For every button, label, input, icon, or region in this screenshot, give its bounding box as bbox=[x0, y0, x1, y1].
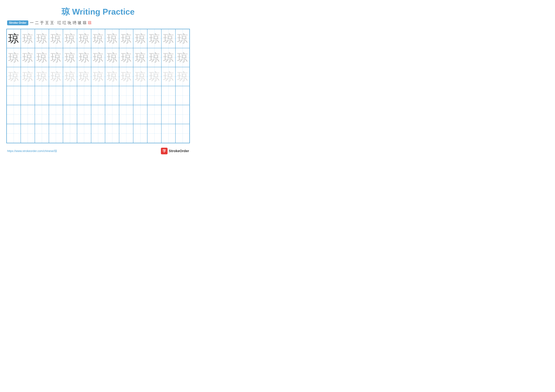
cell-character: 琼 bbox=[8, 33, 19, 44]
grid-cell[interactable] bbox=[161, 124, 175, 143]
grid-cell[interactable]: 琼 bbox=[35, 29, 49, 48]
grid-cell[interactable]: 琼 bbox=[175, 48, 190, 67]
grid-cell[interactable]: 琼 bbox=[119, 48, 133, 67]
grid-cell[interactable]: 琼 bbox=[35, 48, 49, 67]
grid-cell[interactable] bbox=[91, 86, 105, 105]
grid-cell[interactable] bbox=[147, 124, 161, 143]
grid-cell[interactable]: 琼 bbox=[7, 67, 21, 86]
grid-cell[interactable] bbox=[119, 86, 133, 105]
cell-character: 琼 bbox=[135, 33, 146, 44]
grid-cell[interactable] bbox=[175, 86, 190, 105]
footer-logo: 字 StrokeOrder bbox=[161, 148, 189, 154]
grid-cell[interactable]: 琼 bbox=[105, 29, 119, 48]
grid-cell[interactable]: 琼 bbox=[147, 48, 161, 67]
grid-cell[interactable]: 琼 bbox=[133, 48, 147, 67]
grid-cell[interactable]: 琼 bbox=[21, 29, 35, 48]
grid-cell[interactable] bbox=[35, 124, 49, 143]
cell-character: 琼 bbox=[177, 71, 188, 82]
grid-cell[interactable]: 琼 bbox=[7, 48, 21, 67]
cell-character: 琼 bbox=[107, 71, 117, 82]
grid-cell[interactable] bbox=[133, 124, 147, 143]
grid-cell[interactable]: 琼 bbox=[35, 67, 49, 86]
grid-cell[interactable]: 琼 bbox=[119, 67, 133, 86]
grid-cell[interactable] bbox=[7, 105, 21, 124]
grid-cell[interactable] bbox=[35, 86, 49, 105]
grid-cell[interactable]: 琼 bbox=[105, 67, 119, 86]
grid-cell[interactable] bbox=[63, 124, 77, 143]
stroke-step-4: 王 bbox=[45, 20, 49, 25]
stroke-order-badge: Stroke Order bbox=[7, 20, 28, 25]
grid-cell[interactable]: 琼 bbox=[49, 48, 63, 67]
grid-cell[interactable]: 琼 bbox=[147, 67, 161, 86]
cell-character: 琼 bbox=[8, 71, 19, 82]
grid-cell[interactable] bbox=[49, 86, 63, 105]
grid-cell[interactable]: 琼 bbox=[119, 29, 133, 48]
grid-cell[interactable] bbox=[49, 105, 63, 124]
cell-character: 琼 bbox=[51, 33, 61, 44]
cell-character: 琼 bbox=[135, 52, 146, 63]
grid-cell[interactable] bbox=[77, 105, 91, 124]
stroke-step-8: 玧 bbox=[67, 20, 71, 25]
cell-character: 琼 bbox=[65, 33, 75, 44]
grid-cell[interactable] bbox=[63, 105, 77, 124]
grid-cell[interactable] bbox=[161, 86, 175, 105]
grid-cell[interactable] bbox=[21, 105, 35, 124]
grid-cell[interactable]: 琼 bbox=[91, 67, 105, 86]
cell-character: 琼 bbox=[121, 52, 132, 63]
grid-cell[interactable]: 琼 bbox=[161, 29, 175, 48]
grid-cell[interactable] bbox=[161, 105, 175, 124]
grid-cell[interactable] bbox=[63, 86, 77, 105]
grid-cell[interactable]: 琼 bbox=[133, 29, 147, 48]
grid-cell[interactable] bbox=[175, 105, 190, 124]
grid-cell[interactable] bbox=[147, 86, 161, 105]
grid-cell[interactable] bbox=[21, 86, 35, 105]
grid-cell[interactable]: 琼 bbox=[63, 29, 77, 48]
grid-cell[interactable]: 琼 bbox=[161, 48, 175, 67]
grid-cell[interactable]: 琼 bbox=[91, 48, 105, 67]
grid-cell[interactable] bbox=[77, 86, 91, 105]
grid-cell[interactable]: 琼 bbox=[77, 67, 91, 86]
grid-cell[interactable] bbox=[119, 105, 133, 124]
grid-cell[interactable] bbox=[147, 105, 161, 124]
grid-cell[interactable]: 琼 bbox=[175, 29, 190, 48]
grid-cell[interactable]: 琼 bbox=[105, 48, 119, 67]
grid-cell[interactable] bbox=[7, 124, 21, 143]
stroke-step-3: 于 bbox=[40, 20, 44, 25]
stroke-step-5: 王、 bbox=[50, 20, 56, 25]
grid-cell[interactable]: 琼 bbox=[63, 67, 77, 86]
grid-cell[interactable]: 琼 bbox=[91, 29, 105, 48]
stroke-step-2: 二 bbox=[35, 20, 39, 25]
grid-cell[interactable]: 琼 bbox=[77, 48, 91, 67]
grid-cell[interactable]: 琼 bbox=[21, 67, 35, 86]
grid-cell[interactable] bbox=[105, 86, 119, 105]
grid-cell[interactable]: 琼 bbox=[147, 29, 161, 48]
grid-cell[interactable]: 琼 bbox=[175, 67, 190, 86]
grid-cell[interactable] bbox=[77, 124, 91, 143]
grid-cell[interactable] bbox=[133, 86, 147, 105]
grid-cell[interactable]: 琼 bbox=[49, 67, 63, 86]
cell-character: 琼 bbox=[37, 52, 47, 63]
cell-character: 琼 bbox=[163, 33, 174, 44]
grid-cell[interactable]: 琼 bbox=[161, 67, 175, 86]
grid-cell[interactable] bbox=[91, 105, 105, 124]
grid-cell[interactable] bbox=[105, 105, 119, 124]
grid-cell[interactable]: 琼 bbox=[7, 29, 21, 48]
grid-cell[interactable] bbox=[7, 86, 21, 105]
stroke-step-11: 琼 bbox=[83, 20, 87, 25]
grid-cell[interactable]: 琼 bbox=[63, 48, 77, 67]
grid-cell[interactable]: 琼 bbox=[77, 29, 91, 48]
grid-cell[interactable]: 琼 bbox=[49, 29, 63, 48]
grid-cell[interactable] bbox=[91, 124, 105, 143]
cell-character: 琼 bbox=[37, 71, 47, 82]
grid-cell[interactable]: 琼 bbox=[133, 67, 147, 86]
grid-cell[interactable]: 琼 bbox=[21, 48, 35, 67]
grid-cell[interactable] bbox=[35, 105, 49, 124]
grid-cell[interactable] bbox=[21, 124, 35, 143]
stroke-step-10: 玻 bbox=[78, 20, 81, 25]
footer-url[interactable]: https://www.strokeorder.com/chinese/琼 bbox=[7, 149, 57, 153]
grid-cell[interactable] bbox=[133, 105, 147, 124]
grid-cell[interactable] bbox=[119, 124, 133, 143]
grid-cell[interactable] bbox=[175, 124, 190, 143]
grid-cell[interactable] bbox=[105, 124, 119, 143]
grid-cell[interactable] bbox=[49, 124, 63, 143]
